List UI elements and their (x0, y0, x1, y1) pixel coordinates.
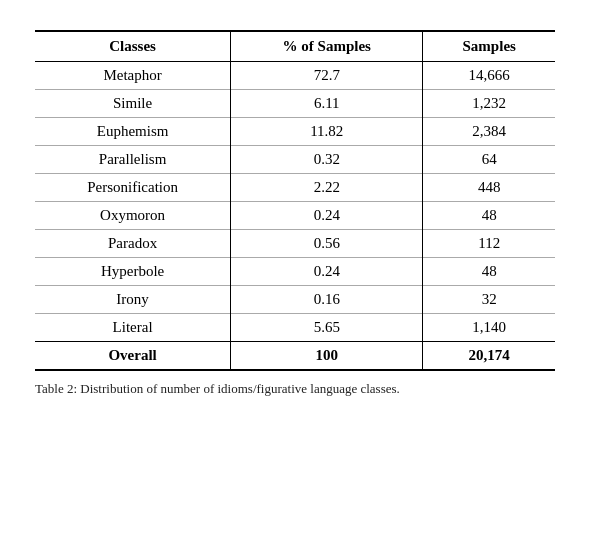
header-classes: Classes (35, 31, 231, 62)
table-row: Parallelism0.3264 (35, 146, 555, 174)
data-table: Classes % of Samples Samples Metaphor72.… (35, 30, 555, 371)
cell-class: Hyperbole (35, 258, 231, 286)
cell-samples: 448 (423, 174, 555, 202)
cell-percent: 0.24 (231, 258, 423, 286)
cell-percent: 0.32 (231, 146, 423, 174)
footer-row: Overall 100 20,174 (35, 342, 555, 371)
cell-class: Oxymoron (35, 202, 231, 230)
cell-percent: 2.22 (231, 174, 423, 202)
cell-percent: 0.24 (231, 202, 423, 230)
table-row: Simile6.111,232 (35, 90, 555, 118)
cell-class: Simile (35, 90, 231, 118)
table-row: Euphemism11.822,384 (35, 118, 555, 146)
cell-percent: 5.65 (231, 314, 423, 342)
cell-class: Parallelism (35, 146, 231, 174)
header-percent: % of Samples (231, 31, 423, 62)
header-samples: Samples (423, 31, 555, 62)
cell-samples: 64 (423, 146, 555, 174)
cell-class: Euphemism (35, 118, 231, 146)
cell-samples: 1,232 (423, 90, 555, 118)
cell-class: Metaphor (35, 62, 231, 90)
table-row: Personification2.22448 (35, 174, 555, 202)
footer-class: Overall (35, 342, 231, 371)
footer-samples: 20,174 (423, 342, 555, 371)
table-row: Literal5.651,140 (35, 314, 555, 342)
footer-percent: 100 (231, 342, 423, 371)
cell-class: Paradox (35, 230, 231, 258)
table-row: Oxymoron0.2448 (35, 202, 555, 230)
table-row: Hyperbole0.2448 (35, 258, 555, 286)
cell-samples: 48 (423, 258, 555, 286)
cell-samples: 1,140 (423, 314, 555, 342)
table-caption: Table 2: Distribution of number of idiom… (35, 381, 555, 397)
cell-percent: 72.7 (231, 62, 423, 90)
cell-samples: 14,666 (423, 62, 555, 90)
cell-class: Irony (35, 286, 231, 314)
cell-samples: 112 (423, 230, 555, 258)
cell-samples: 32 (423, 286, 555, 314)
cell-percent: 0.16 (231, 286, 423, 314)
table-row: Paradox0.56112 (35, 230, 555, 258)
cell-samples: 2,384 (423, 118, 555, 146)
header-row: Classes % of Samples Samples (35, 31, 555, 62)
table-row: Irony0.1632 (35, 286, 555, 314)
cell-percent: 11.82 (231, 118, 423, 146)
table-container: Classes % of Samples Samples Metaphor72.… (35, 30, 555, 397)
table-row: Metaphor72.714,666 (35, 62, 555, 90)
cell-class: Personification (35, 174, 231, 202)
cell-percent: 6.11 (231, 90, 423, 118)
cell-class: Literal (35, 314, 231, 342)
cell-percent: 0.56 (231, 230, 423, 258)
cell-samples: 48 (423, 202, 555, 230)
